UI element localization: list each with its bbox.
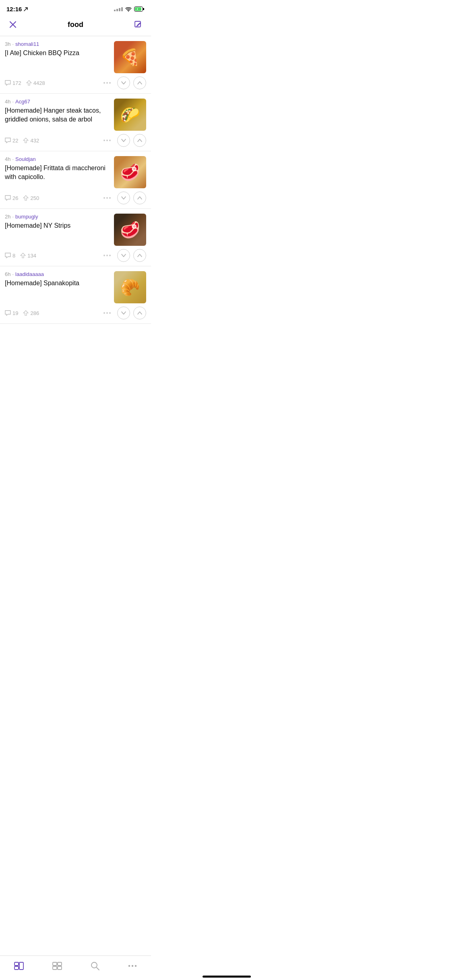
wifi-icon <box>125 7 132 12</box>
post-header: 6h · laadidaaaaa [Homemade] Spanakopita <box>5 271 146 303</box>
vote-number: 432 <box>30 138 39 144</box>
separator: · <box>12 99 14 105</box>
post-username[interactable]: Acg67 <box>15 99 30 105</box>
separator: · <box>12 156 14 162</box>
comment-number: 22 <box>12 138 18 144</box>
more-options-button[interactable] <box>100 196 114 200</box>
svg-rect-2 <box>143 8 144 10</box>
vote-number: 250 <box>30 195 39 201</box>
post-actions <box>100 76 146 89</box>
downvote-button[interactable] <box>117 76 130 89</box>
more-options-button[interactable] <box>100 80 114 85</box>
post-age: 4h <box>5 99 10 105</box>
comment-number: 26 <box>12 195 18 201</box>
edit-button[interactable] <box>132 18 145 31</box>
post-thumbnail[interactable] <box>114 156 146 188</box>
post-meta: 6h · laadidaaaaa <box>5 271 110 277</box>
post-header: 2h · bumpugly [Homemade] NY Strips <box>5 214 146 246</box>
post-header: 3h · shomali11 [I Ate] Chicken BBQ Pizza <box>5 41 146 73</box>
post-title: [Homemade] NY Strips <box>5 221 110 230</box>
post-age: 6h <box>5 271 10 277</box>
downvote-button[interactable] <box>117 191 130 204</box>
upvote-button[interactable] <box>133 307 146 319</box>
post-title: [I Ate] Chicken BBQ Pizza <box>5 49 110 58</box>
vote-count: 286 <box>23 310 39 316</box>
comment-number: 172 <box>12 80 21 86</box>
post-content: 4h · Acg67 [Homemade] Hanger steak tacos… <box>5 99 110 128</box>
post-thumbnail[interactable] <box>114 99 146 131</box>
signal-icon <box>114 7 123 11</box>
list-item[interactable]: 3h · shomali11 [I Ate] Chicken BBQ Pizza… <box>0 36 151 94</box>
comment-number: 8 <box>12 253 15 259</box>
upvote-button[interactable] <box>133 191 146 204</box>
status-icons <box>114 6 145 12</box>
post-meta: 4h · Acg67 <box>5 99 110 105</box>
page-title: food <box>19 21 132 29</box>
post-stats: 22 432 <box>5 138 100 144</box>
comment-count: 19 <box>5 310 18 316</box>
list-item[interactable]: 4h · Souldjan [Homemade] Frittata di mac… <box>0 151 151 209</box>
post-age: 2h <box>5 214 10 220</box>
post-age: 4h <box>5 156 10 162</box>
upvote-button[interactable] <box>133 76 146 89</box>
post-title: [Homemade] Spanakopita <box>5 279 110 288</box>
post-actions <box>100 249 146 262</box>
list-item[interactable]: 4h · Acg67 [Homemade] Hanger steak tacos… <box>0 94 151 151</box>
list-item[interactable]: 6h · laadidaaaaa [Homemade] Spanakopita … <box>0 266 151 324</box>
post-username[interactable]: shomali11 <box>15 41 39 47</box>
comment-count: 22 <box>5 138 18 144</box>
battery-icon <box>134 6 145 12</box>
post-content: 3h · shomali11 [I Ate] Chicken BBQ Pizza <box>5 41 110 62</box>
post-stats: 172 4428 <box>5 80 100 86</box>
post-footer: 8 134 <box>5 249 146 262</box>
upvote-button[interactable] <box>133 134 146 147</box>
post-actions <box>100 134 146 147</box>
vote-count: 134 <box>20 253 36 259</box>
post-stats: 8 134 <box>5 253 100 259</box>
comment-count: 26 <box>5 195 18 201</box>
post-meta: 4h · Souldjan <box>5 156 110 162</box>
post-stats: 26 250 <box>5 195 100 201</box>
vote-count: 432 <box>23 138 39 144</box>
post-footer: 172 4428 <box>5 76 146 89</box>
vote-count: 4428 <box>26 80 45 86</box>
more-options-button[interactable] <box>100 138 114 143</box>
post-header: 4h · Souldjan [Homemade] Frittata di mac… <box>5 156 146 188</box>
post-thumbnail[interactable] <box>114 41 146 73</box>
post-username[interactable]: laadidaaaaa <box>15 271 44 277</box>
more-options-button[interactable] <box>100 253 114 258</box>
post-content: 6h · laadidaaaaa [Homemade] Spanakopita <box>5 271 110 292</box>
post-footer: 26 250 <box>5 191 146 204</box>
downvote-button[interactable] <box>117 307 130 319</box>
post-age: 3h <box>5 41 10 47</box>
post-thumbnail[interactable] <box>114 271 146 303</box>
vote-number: 286 <box>30 310 39 316</box>
post-title: [Homemade] Hanger steak tacos, griddled … <box>5 106 110 124</box>
posts-list: 3h · shomali11 [I Ate] Chicken BBQ Pizza… <box>0 36 151 356</box>
svg-point-0 <box>128 11 129 12</box>
upvote-button[interactable] <box>133 249 146 262</box>
vote-number: 4428 <box>33 80 45 86</box>
status-bar: 12:16 <box>0 0 151 15</box>
post-thumbnail[interactable] <box>114 214 146 246</box>
separator: · <box>12 214 14 220</box>
post-meta: 2h · bumpugly <box>5 214 110 220</box>
post-actions <box>100 191 146 204</box>
post-username[interactable]: Souldjan <box>15 156 36 162</box>
list-item[interactable]: 2h · bumpugly [Homemade] NY Strips 8 <box>0 209 151 266</box>
post-stats: 19 286 <box>5 310 100 316</box>
downvote-button[interactable] <box>117 249 130 262</box>
downvote-button[interactable] <box>117 134 130 147</box>
close-button[interactable] <box>6 18 19 31</box>
more-options-button[interactable] <box>100 311 114 315</box>
comment-number: 19 <box>12 310 18 316</box>
post-footer: 22 432 <box>5 134 146 147</box>
separator: · <box>12 271 14 277</box>
post-username[interactable]: bumpugly <box>15 214 38 220</box>
post-footer: 19 286 <box>5 307 146 319</box>
status-time: 12:16 <box>6 6 28 12</box>
nav-bar: food <box>0 15 151 36</box>
vote-count: 250 <box>23 195 39 201</box>
post-header: 4h · Acg67 [Homemade] Hanger steak tacos… <box>5 99 146 131</box>
comment-count: 172 <box>5 80 21 86</box>
